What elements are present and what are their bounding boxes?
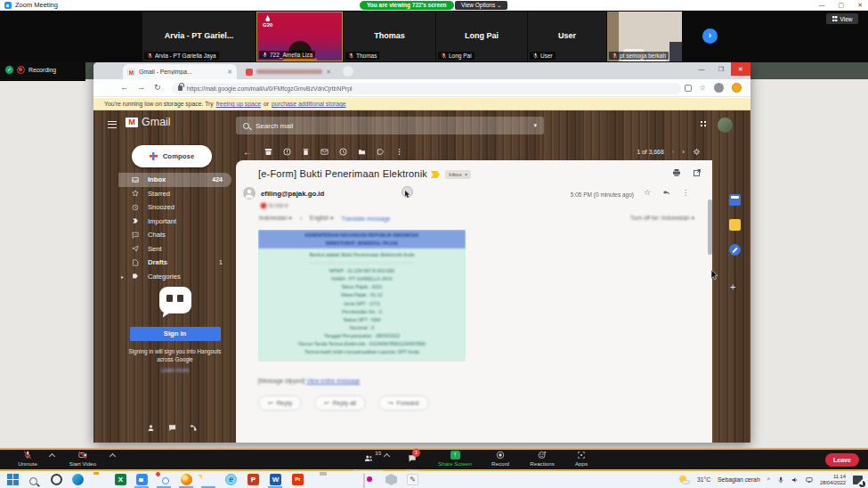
sidebar-item-starred[interactable]: Starred [118, 187, 231, 201]
email-more-icon[interactable]: ⋮ [682, 189, 689, 197]
archive-icon[interactable] [264, 148, 272, 156]
powerpoint-icon[interactable]: P [247, 474, 259, 485]
leave-button[interactable]: Leave [825, 453, 859, 467]
get-addons-plus-icon[interactable]: + [730, 281, 735, 292]
unmute-button[interactable]: Unmute [7, 451, 48, 467]
phone-icon[interactable] [190, 424, 198, 432]
participant-tile[interactable]: Arvia - PT Gariel... Arvia - PT Gariella… [142, 12, 256, 61]
snip-pen-icon[interactable]: ✎ [407, 474, 418, 485]
address-bar[interactable]: https://mail.google.com/mail/u/0/FMfcgzG… [172, 83, 681, 94]
minimize-button[interactable]: — [819, 0, 825, 11]
forward-button[interactable]: ↪Forward [378, 395, 429, 411]
move-to-folder-icon[interactable] [358, 148, 366, 156]
unmute-options-chevron-icon[interactable] [49, 453, 55, 460]
report-spam-icon[interactable] [283, 148, 291, 156]
menu-hamburger-icon[interactable] [108, 121, 117, 128]
older-email-icon[interactable]: › [682, 148, 685, 156]
network-display-icon[interactable] [806, 476, 813, 484]
sidebar-item-sent[interactable]: Sent [118, 242, 231, 256]
sidebar-item-drafts[interactable]: Drafts1 [118, 256, 231, 270]
translate-target-select[interactable]: English ▾ [310, 215, 333, 222]
tab-close-icon[interactable]: ✕ [227, 69, 232, 76]
tab-close-icon[interactable]: ✕ [326, 69, 331, 76]
close-button[interactable]: ✕ [857, 0, 863, 11]
translate-turn-off-link[interactable]: Turn off for: Indonesian ▾ [630, 215, 694, 222]
weather-icon[interactable] [679, 476, 690, 484]
delete-icon[interactable] [302, 148, 310, 156]
clock[interactable]: 11.14 28/04/2022 [820, 474, 846, 486]
cortana-icon[interactable] [51, 474, 62, 485]
edge-icon[interactable] [72, 474, 84, 485]
bookmark-star-icon[interactable]: ☆ [700, 82, 706, 94]
profile-avatar-icon[interactable] [714, 83, 724, 93]
back-to-inbox-icon[interactable]: ← [243, 147, 252, 157]
sidebar-item-inbox[interactable]: Inbox424 [118, 173, 231, 187]
sidebar-item-chats[interactable]: Chats [118, 228, 231, 242]
hidden-icons-chevron-icon[interactable]: ^ [767, 476, 770, 483]
participant-tile[interactable]: Long Pai Long Pai [436, 12, 527, 61]
view-layout-button[interactable]: View [826, 13, 858, 24]
reply-button[interactable]: ↩Reply [258, 395, 302, 411]
paint-icon[interactable] [363, 473, 365, 488]
forward-button[interactable]: → [137, 79, 145, 96]
mark-unread-icon[interactable] [320, 148, 329, 156]
purchase-storage-link[interactable]: purchase additional storage [272, 101, 346, 107]
google-apps-grid-icon[interactable] [700, 120, 708, 128]
reply-icon[interactable] [662, 189, 670, 197]
tasks-icon[interactable] [729, 244, 741, 256]
sidebar-item-snoozed[interactable]: Snoozed [118, 200, 231, 215]
excel-icon[interactable]: X [115, 474, 126, 485]
browser-minimize-button[interactable]: — [692, 62, 711, 76]
share-screen-button[interactable]: ↑ Share Screen [431, 451, 479, 467]
compose-button[interactable]: Compose [132, 145, 212, 167]
tray-mic-icon[interactable] [777, 476, 784, 484]
inbox-chip[interactable]: Inbox× [445, 170, 471, 179]
reply-all-button[interactable]: ↩Reply all [314, 395, 366, 411]
internet-explorer-icon[interactable]: e [225, 474, 237, 485]
account-badge-icon[interactable] [732, 83, 742, 93]
video-options-chevron-icon[interactable] [110, 453, 116, 460]
firefox-icon[interactable] [181, 474, 192, 485]
browser-restore-button[interactable]: ❐ [711, 62, 731, 76]
print-icon[interactable] [672, 168, 681, 177]
apps-button[interactable]: Apps [568, 451, 595, 467]
participant-tile[interactable]: User User [528, 12, 606, 61]
notification-center-icon[interactable]: 1 [853, 476, 863, 484]
browser-close-button[interactable]: ✕ [731, 62, 750, 76]
zoom-taskbar-icon[interactable] [136, 474, 148, 485]
search-mail-input[interactable]: Search mail ▾ [236, 117, 544, 134]
search-icon[interactable] [29, 474, 41, 485]
hangouts-sign-in-button[interactable]: Sign in [130, 327, 221, 341]
translate-message-link[interactable]: Translate message [341, 216, 390, 222]
contacts-person-icon[interactable] [147, 424, 155, 432]
participant-tile-video[interactable]: pt semoga berkah [607, 12, 682, 61]
tab-other[interactable]: ✕ [241, 64, 336, 79]
conversations-icon[interactable] [168, 424, 176, 432]
participant-tile-video[interactable]: G20 722_Amelia Liza [256, 12, 343, 61]
view-entire-message-link[interactable]: View entire message [306, 378, 360, 384]
next-participants-button[interactable]: › [702, 28, 718, 44]
open-in-new-icon[interactable] [693, 168, 702, 177]
reload-button[interactable]: ↻ [154, 79, 161, 96]
account-avatar[interactable] [718, 118, 733, 133]
to-recipient-row[interactable]: to me ▾ [261, 202, 288, 209]
free-up-space-link[interactable]: freeing up space [216, 101, 261, 107]
hangouts-learn-more-link[interactable]: Learn more [118, 367, 231, 373]
view-options-button[interactable]: View Options ⌄ [455, 1, 507, 10]
start-video-button[interactable]: Start Video [59, 451, 107, 467]
temperature[interactable]: 31°C [697, 476, 710, 483]
maximize-button[interactable]: ▢ [839, 0, 845, 11]
search-options-caret-icon[interactable]: ▾ [533, 122, 537, 129]
keep-icon[interactable] [729, 219, 741, 231]
sidebar-item-categories[interactable]: ▸Categories [118, 270, 231, 284]
new-tab-button[interactable] [343, 66, 353, 77]
weather-condition[interactable]: Sebagian cerah [718, 476, 760, 483]
more-options-icon[interactable] [395, 148, 403, 156]
scrollbar-thumb[interactable] [708, 199, 712, 255]
expand-arrow-icon[interactable]: ▸ [121, 273, 124, 280]
participant-tile[interactable]: Thomas Thomas [344, 12, 435, 61]
tab-gmail[interactable]: M Gmail - Penyimpa... ✕ [123, 64, 237, 79]
label-icon[interactable] [377, 148, 385, 156]
back-button[interactable]: ← [120, 79, 128, 96]
word-icon[interactable]: W [270, 474, 281, 485]
